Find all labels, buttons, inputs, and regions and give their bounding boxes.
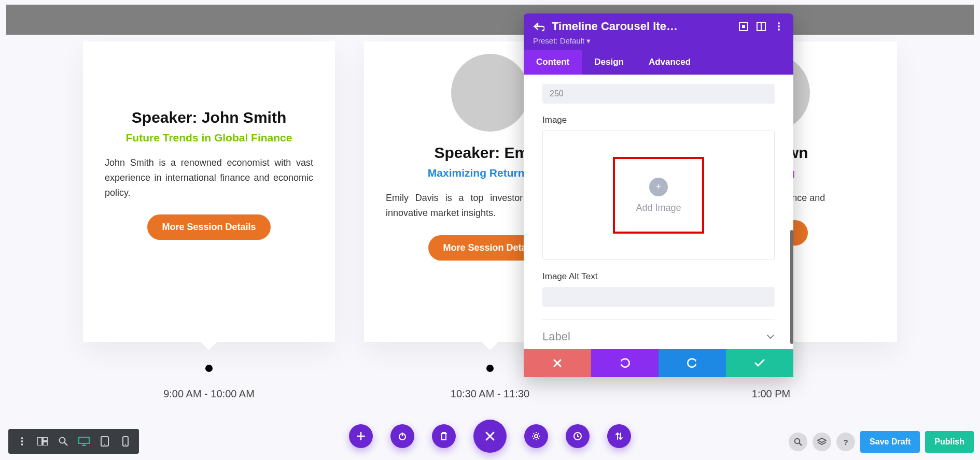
settings-button[interactable] [524,424,548,448]
svg-line-14 [64,442,67,445]
more-details-button[interactable]: More Session Details [147,214,270,240]
snap-icon[interactable] [756,21,766,32]
card-speaker: Speaker: John Smith [105,109,313,126]
plus-icon: + [649,178,668,196]
panel-action-bar [524,349,793,377]
desktop-view-icon[interactable] [75,432,93,451]
numeric-input[interactable] [542,84,775,104]
svg-point-13 [60,438,65,443]
preset-dropdown[interactable]: Preset: Default ▾ [533,36,784,46]
tablet-view-icon[interactable] [95,432,114,451]
tab-advanced[interactable]: Advanced [636,50,703,75]
svg-rect-15 [79,437,89,443]
svg-point-9 [21,443,23,445]
help-icon[interactable]: ? [836,433,855,451]
svg-point-24 [535,435,538,438]
accordion-label[interactable]: Label [542,319,775,349]
svg-point-5 [778,25,780,27]
panel-body: Image + Add Image Image Alt Text Label S… [524,75,793,349]
device-toolbar [8,429,139,454]
close-builder-button[interactable] [473,420,507,453]
panel-tabs: Content Design Advanced [524,50,793,75]
timeline-cards: Speaker: John Smith Future Trends in Glo… [0,41,980,342]
card-time: 1:00 PM [752,388,790,400]
save-draft-button[interactable]: Save Draft [860,431,920,453]
cancel-button[interactable] [524,349,591,377]
wireframe-icon[interactable] [33,432,52,451]
timeline-card: Speaker: John Smith Future Trends in Glo… [83,41,335,342]
sort-button[interactable] [607,424,631,448]
expand-icon[interactable] [738,21,749,32]
history-button[interactable] [566,424,590,448]
svg-line-27 [799,443,802,445]
power-button[interactable] [390,424,414,448]
scrollbar[interactable] [790,230,793,344]
publish-button[interactable]: Publish [925,431,974,453]
redo-button[interactable] [659,349,726,377]
add-image-dropzone[interactable]: + Add Image [542,131,775,260]
kebab-icon[interactable] [774,21,784,32]
add-button[interactable] [349,424,373,448]
tab-design[interactable]: Design [582,50,636,75]
avatar [451,54,529,132]
svg-point-21 [125,444,126,445]
card-time: 9:00 AM - 10:00 AM [163,388,255,400]
back-icon[interactable] [533,21,544,32]
settings-panel: Timeline Carousel Ite… Preset: Default ▾… [524,13,793,377]
panel-title: Timeline Carousel Ite… [552,20,731,33]
alt-text-input[interactable] [542,287,775,307]
svg-rect-12 [43,442,48,445]
accordion-title: Label [542,330,570,343]
layers-icon[interactable] [813,433,831,451]
mobile-view-icon[interactable] [116,432,135,451]
confirm-button[interactable] [726,349,793,377]
svg-rect-1 [742,25,745,28]
card-pointer [481,341,499,350]
svg-rect-11 [43,437,48,441]
tab-content[interactable]: Content [524,50,582,75]
svg-point-26 [795,439,800,444]
svg-point-8 [21,440,23,442]
undo-button[interactable] [591,349,659,377]
kebab-icon[interactable] [12,432,31,451]
timeline-dot [205,365,213,372]
card-time: 10:30 AM - 11:30 [451,388,529,400]
svg-point-7 [21,437,23,439]
svg-rect-10 [37,437,42,445]
builder-action-bar [349,420,631,453]
svg-point-6 [778,28,780,31]
card-title: Future Trends in Global Finance [105,132,313,144]
search-icon[interactable] [789,433,807,451]
card-pointer [200,341,218,350]
alt-text-label: Image Alt Text [542,271,775,282]
top-gray-bar [6,5,974,35]
panel-header[interactable]: Timeline Carousel Ite… Preset: Default ▾ [524,13,793,50]
zoom-icon[interactable] [54,432,73,451]
image-field-label: Image [542,115,775,125]
timeline-dot [486,365,494,372]
svg-point-19 [104,444,105,445]
svg-point-4 [778,22,780,24]
trash-button[interactable] [432,424,456,448]
bottom-right-actions: ? Save Draft Publish [789,431,974,453]
add-image-text: Add Image [636,203,681,213]
chevron-down-icon [766,334,775,339]
card-desc: John Smith is a renowned economist with … [105,155,313,200]
